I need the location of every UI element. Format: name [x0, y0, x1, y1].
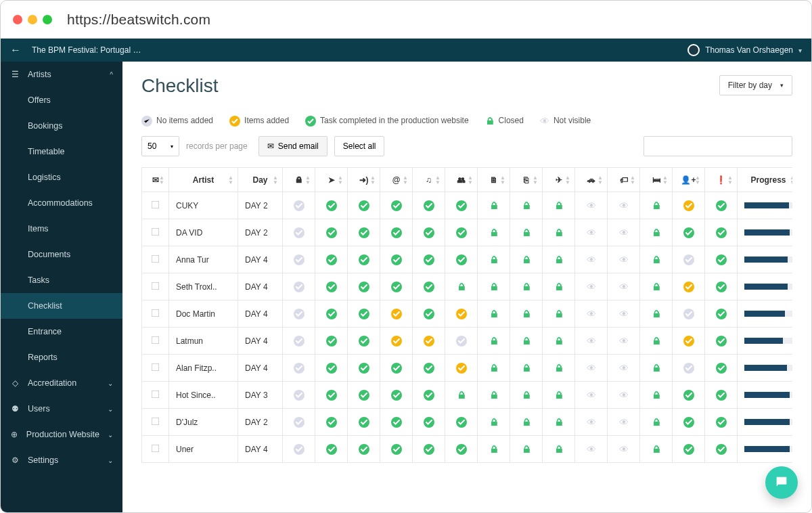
status-cell[interactable]: [283, 192, 315, 219]
col-bed[interactable]: 🛏︎▲▼: [640, 168, 673, 192]
row-checkbox[interactable]: [152, 227, 160, 236]
sidebar-item-items[interactable]: Items: [1, 216, 122, 242]
status-cell[interactable]: [380, 436, 413, 463]
artist-cell[interactable]: Hot Since..: [169, 382, 238, 409]
status-cell[interactable]: 🔒︎: [543, 219, 575, 246]
status-cell[interactable]: 🔒︎: [640, 436, 673, 463]
status-cell[interactable]: 👁︎: [575, 328, 608, 355]
row-checkbox[interactable]: [152, 363, 160, 371]
status-cell[interactable]: [705, 382, 738, 409]
status-cell[interactable]: [348, 192, 380, 219]
status-cell[interactable]: [283, 355, 315, 382]
col-copy[interactable]: ⎘▲▼: [510, 168, 543, 192]
sidebar-item-offers[interactable]: Offers: [1, 87, 122, 113]
status-cell[interactable]: 🔒︎: [640, 409, 673, 436]
status-cell[interactable]: [413, 300, 445, 328]
col-tag[interactable]: 🏷︎▲▼: [608, 168, 640, 192]
status-cell[interactable]: 🔒︎: [445, 273, 478, 300]
artist-cell[interactable]: Anna Tur: [169, 246, 238, 273]
status-cell[interactable]: 🔒︎: [510, 382, 543, 409]
status-cell[interactable]: [445, 355, 478, 382]
select-all-button[interactable]: Select all: [334, 136, 385, 156]
status-cell[interactable]: [445, 219, 478, 246]
search-input[interactable]: [644, 136, 792, 156]
status-cell[interactable]: [673, 355, 705, 382]
status-cell[interactable]: [705, 355, 738, 382]
col-select[interactable]: ✉▲▼: [142, 168, 169, 192]
status-cell[interactable]: 👁︎: [608, 219, 640, 246]
col-car[interactable]: 🚗︎▲▼: [575, 168, 608, 192]
col-day[interactable]: Day▲▼: [238, 168, 283, 192]
intercom-launcher[interactable]: [765, 466, 798, 499]
col-group[interactable]: 👥︎▲▼: [445, 168, 478, 192]
traffic-close-icon[interactable]: [13, 15, 22, 24]
traffic-minimize-icon[interactable]: [28, 15, 37, 24]
artist-cell[interactable]: CUKY: [169, 192, 238, 219]
status-cell[interactable]: [705, 409, 738, 436]
sidebar-item-accommodations[interactable]: Accommodations: [1, 190, 122, 216]
status-cell[interactable]: [380, 246, 413, 273]
status-cell[interactable]: [283, 273, 315, 300]
status-cell[interactable]: 👁︎: [575, 382, 608, 409]
status-cell[interactable]: [283, 409, 315, 436]
status-cell[interactable]: [705, 328, 738, 355]
status-cell[interactable]: 🔒︎: [543, 382, 575, 409]
status-cell[interactable]: 🔒︎: [478, 355, 510, 382]
status-cell[interactable]: 🔒︎: [478, 192, 510, 219]
status-cell[interactable]: [283, 300, 315, 328]
status-cell[interactable]: [413, 219, 445, 246]
status-cell[interactable]: [705, 300, 738, 328]
status-cell[interactable]: [315, 328, 348, 355]
row-checkbox[interactable]: [152, 309, 160, 317]
sidebar-parent-artists[interactable]: ☰ Artists ^: [1, 62, 122, 87]
status-cell[interactable]: [673, 436, 705, 463]
status-cell[interactable]: 👁︎: [575, 246, 608, 273]
status-cell[interactable]: [380, 382, 413, 409]
status-cell[interactable]: [413, 328, 445, 355]
status-cell[interactable]: 🔒︎: [640, 382, 673, 409]
status-cell[interactable]: 🔒︎: [543, 246, 575, 273]
status-cell[interactable]: 🔒︎: [478, 409, 510, 436]
col-alert[interactable]: ❗▲▼: [705, 168, 738, 192]
artist-cell[interactable]: Alan Fitzp..: [169, 355, 238, 382]
status-cell[interactable]: [380, 192, 413, 219]
status-cell[interactable]: [413, 273, 445, 300]
status-cell[interactable]: [283, 328, 315, 355]
sidebar-item-tasks[interactable]: Tasks: [1, 267, 122, 293]
sidebar-group-accreditation[interactable]: ◇Accreditation⌄: [1, 370, 122, 396]
status-cell[interactable]: [445, 300, 478, 328]
status-cell[interactable]: [283, 436, 315, 463]
status-cell[interactable]: 🔒︎: [478, 273, 510, 300]
status-cell[interactable]: 👁︎: [608, 436, 640, 463]
status-cell[interactable]: 👁︎: [608, 328, 640, 355]
status-cell[interactable]: [348, 409, 380, 436]
status-cell[interactable]: [315, 192, 348, 219]
sidebar-item-timetable[interactable]: Timetable: [1, 139, 122, 164]
status-cell[interactable]: [315, 300, 348, 328]
status-cell[interactable]: 🔒︎: [478, 219, 510, 246]
status-cell[interactable]: 👁︎: [575, 273, 608, 300]
status-cell[interactable]: 🔒︎: [510, 328, 543, 355]
status-cell[interactable]: [445, 409, 478, 436]
status-cell[interactable]: [705, 246, 738, 273]
status-cell[interactable]: 👁︎: [575, 300, 608, 328]
event-title[interactable]: The BPM Festival: Portugal …: [32, 45, 141, 55]
status-cell[interactable]: [348, 246, 380, 273]
status-cell[interactable]: [413, 409, 445, 436]
status-cell[interactable]: 🔒︎: [510, 273, 543, 300]
status-cell[interactable]: 🔒︎: [640, 328, 673, 355]
sidebar-item-documents[interactable]: Documents: [1, 242, 122, 267]
status-cell[interactable]: [705, 219, 738, 246]
status-cell[interactable]: 🔒︎: [543, 409, 575, 436]
sidebar-item-entrance[interactable]: Entrance: [1, 319, 122, 344]
status-cell[interactable]: [315, 409, 348, 436]
row-checkbox[interactable]: [152, 336, 160, 344]
col-doc[interactable]: 🗎▲▼: [478, 168, 510, 192]
status-cell[interactable]: 🔒︎: [510, 436, 543, 463]
sidebar-group-users[interactable]: ⚉Users⌄: [1, 396, 122, 422]
artist-cell[interactable]: Latmun: [169, 328, 238, 355]
status-cell[interactable]: 🔒︎: [510, 300, 543, 328]
row-checkbox[interactable]: [152, 200, 160, 208]
status-cell[interactable]: [348, 382, 380, 409]
status-cell[interactable]: [445, 246, 478, 273]
